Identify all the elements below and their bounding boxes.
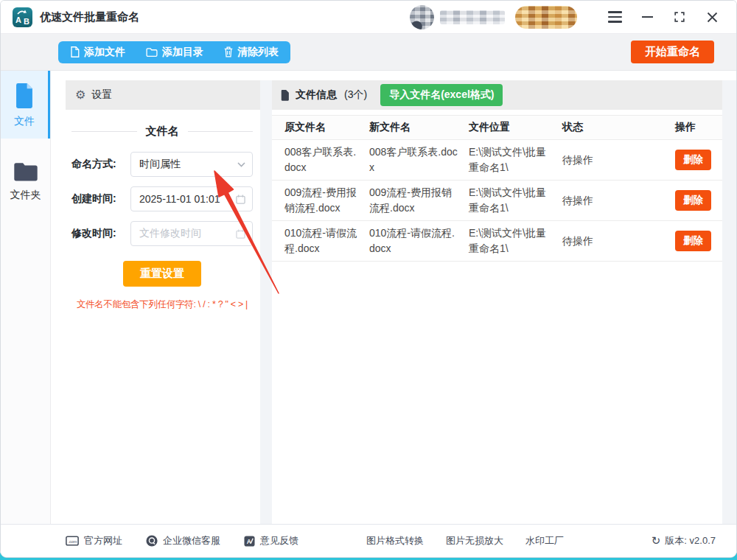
naming-mode-value: 时间属性 [139, 158, 181, 171]
files-table: 原文件名 新文件名 文件位置 状态 操作 008客户联系表.docx 008客户… [272, 115, 722, 262]
window-title: 优速文件批量重命名 [40, 10, 139, 24]
website-icon: .com [66, 536, 79, 546]
maximize-button[interactable] [668, 6, 691, 28]
toolbar: 添加文件 添加目录 清除列表 开始重命名 [1, 34, 736, 71]
files-panel-title: 文件信息 [296, 88, 337, 102]
app-window: A B 优速文件批量重命名 [0, 0, 737, 558]
sidebar-item-files[interactable]: 文件 [1, 71, 50, 139]
minimize-icon [642, 16, 653, 18]
file-icon [70, 46, 80, 57]
add-folder-label: 添加目录 [162, 46, 203, 59]
filename-section-label: 文件名 [146, 125, 179, 139]
files-count: (3个) [344, 88, 367, 102]
import-excel-button[interactable]: 导入文件名(excel格式) [380, 84, 503, 106]
files-panel: 文件信息 (3个) 导入文件名(excel格式) 原文件名 新文件名 文件位置 … [272, 80, 722, 524]
file-location: E:\测试文件\批量重命名1\ [469, 144, 562, 175]
window-controls [593, 6, 723, 28]
promo-watermark[interactable]: 水印工厂 [525, 534, 564, 547]
rename-arrow-glyph [16, 9, 28, 16]
footer-bar: .com 官方网址 企业微信客服 A 意见反馈 [1, 524, 736, 557]
file-blue-icon [13, 83, 35, 108]
official-site-label: 官方网址 [84, 534, 122, 547]
filename-warning-text: 文件名不能包含下列任何字符: \ / : * ? " < > | [71, 298, 253, 311]
wechat-service-link[interactable]: 企业微信客服 [146, 534, 220, 547]
modified-time-label: 修改时间: [71, 227, 130, 240]
vip-badge-redacted[interactable] [515, 6, 577, 29]
old-name: 008客户联系表.docx [284, 144, 369, 175]
close-icon [707, 12, 718, 23]
status-text: 待操作 [562, 234, 675, 249]
menu-button[interactable] [604, 6, 626, 28]
created-time-label: 创建时间: [71, 192, 130, 206]
modified-time-placeholder: 文件修改时间 [139, 227, 201, 240]
version-label: 版本: v2.0.7 [665, 534, 716, 547]
clear-list-button[interactable]: 清除列表 [224, 46, 279, 59]
col-location: 文件位置 [469, 121, 562, 134]
new-name: 008客户联系表.docx [369, 144, 469, 175]
new-name: 009流程-费用报销流程.docx [369, 185, 469, 216]
maximize-icon [674, 11, 685, 23]
settings-header: ⚙ 设置 [66, 80, 260, 110]
old-name: 010流程-请假流程.docx [284, 225, 369, 256]
delete-button[interactable]: 删除 [675, 190, 711, 211]
user-avatar[interactable] [410, 5, 434, 29]
version-check[interactable]: ↻ 版本: v2.0.7 [652, 534, 716, 547]
created-time-input[interactable]: 2025-11-01 01:01 [130, 186, 253, 211]
add-file-button[interactable]: 添加文件 [70, 46, 125, 59]
add-file-label: 添加文件 [84, 46, 125, 59]
col-status: 状态 [562, 121, 675, 134]
promo-image-convert[interactable]: 图片格式转换 [366, 534, 424, 547]
file-info-icon [281, 90, 290, 101]
delete-button[interactable]: 删除 [675, 231, 711, 251]
start-rename-button[interactable]: 开始重命名 [631, 41, 714, 63]
reset-settings-button[interactable]: 重置设置 [123, 261, 201, 287]
folder-dark-icon [13, 161, 38, 182]
app-logo-letter-b: B [24, 18, 29, 26]
hamburger-icon [608, 11, 622, 22]
delete-button[interactable]: 删除 [675, 150, 711, 170]
title-bar: A B 优速文件批量重命名 [1, 1, 736, 34]
created-time-value: 2025-11-01 01:01 [139, 193, 220, 205]
sidebar-item-folders-label: 文件夹 [1, 189, 50, 202]
user-name-redacted[interactable] [440, 10, 505, 24]
sidebar: 文件 文件夹 [1, 71, 51, 524]
refresh-icon: ↻ [652, 534, 661, 547]
minimize-button[interactable] [636, 6, 658, 28]
col-new-name: 新文件名 [369, 121, 469, 134]
sidebar-item-folders[interactable]: 文件夹 [1, 149, 50, 212]
main-content: ⚙ 设置 文件名 命名方式: 时间属性 [51, 71, 736, 524]
svg-text:A: A [247, 537, 251, 545]
chevron-down-icon [237, 162, 245, 167]
toolbar-pill: 添加文件 添加目录 清除列表 [58, 41, 290, 63]
filename-section-title: 文件名 [71, 125, 253, 139]
app-logo-letter-a: A [15, 16, 21, 24]
files-panel-header: 文件信息 (3个) 导入文件名(excel格式) [272, 80, 722, 110]
feedback-icon: A [244, 536, 255, 547]
file-location: E:\测试文件\批量重命名1\ [469, 185, 562, 216]
table-row: 010流程-请假流程.docx 010流程-请假流程.docx E:\测试文件\… [272, 221, 722, 262]
col-old-name: 原文件名 [284, 121, 369, 134]
gear-icon: ⚙ [75, 89, 85, 101]
app-logo-icon: A B [13, 7, 32, 27]
settings-panel: ⚙ 设置 文件名 命名方式: 时间属性 [66, 80, 260, 524]
col-action: 操作 [675, 121, 722, 134]
close-button[interactable] [701, 6, 723, 28]
status-text: 待操作 [562, 193, 675, 209]
add-folder-button[interactable]: 添加目录 [146, 46, 203, 59]
naming-mode-select[interactable]: 时间属性 [130, 152, 253, 177]
calendar-icon [236, 195, 245, 204]
feedback-label: 意见反馈 [260, 534, 298, 547]
sidebar-item-files-label: 文件 [1, 115, 48, 128]
official-site-link[interactable]: .com 官方网址 [66, 534, 122, 547]
modified-time-input[interactable]: 文件修改时间 [130, 221, 253, 246]
feedback-link[interactable]: A 意见反馈 [244, 534, 298, 547]
new-name: 010流程-请假流程.docx [369, 225, 469, 256]
wechat-service-icon [146, 535, 158, 547]
table-header-row: 原文件名 新文件名 文件位置 状态 操作 [272, 115, 722, 140]
status-text: 待操作 [562, 153, 675, 168]
clear-list-label: 清除列表 [237, 46, 279, 59]
trash-icon [224, 46, 233, 57]
file-location: E:\测试文件\批量重命名1\ [469, 225, 562, 256]
promo-image-upscale[interactable]: 图片无损放大 [446, 534, 503, 547]
wechat-service-label: 企业微信客服 [163, 534, 220, 547]
